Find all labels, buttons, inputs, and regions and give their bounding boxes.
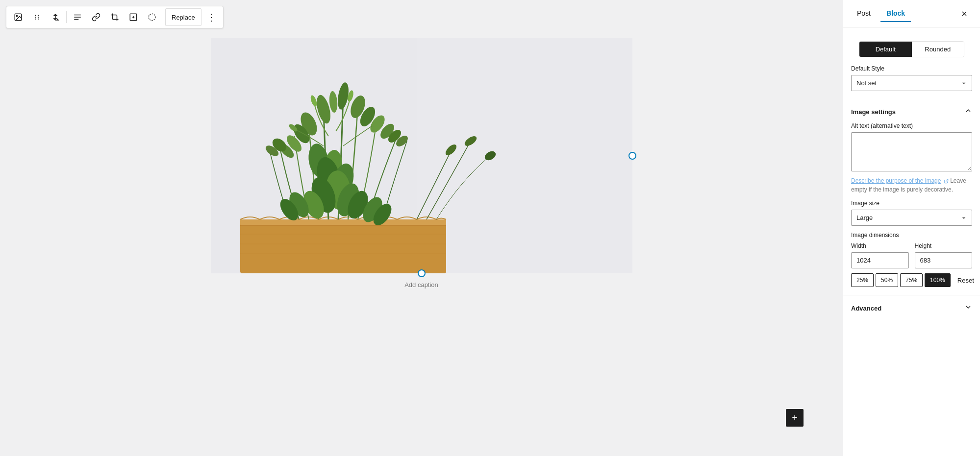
svg-rect-11 [417,38,632,273]
image-size-label: Image size [851,200,972,207]
width-label: Width [851,242,909,249]
scale-75-button[interactable]: 75% [900,273,923,287]
default-style-label: Default Style [851,65,972,72]
sidebar: Post Block Default Rounded Default Style… [843,0,980,456]
image-icon-button[interactable] [9,8,27,26]
svg-point-6 [35,19,36,20]
svg-point-1 [16,15,17,16]
svg-line-53 [946,179,948,182]
align-button[interactable] [69,8,86,26]
sidebar-close-button[interactable] [956,6,972,22]
text-overlay-button[interactable] [125,8,142,26]
alt-text-description: Describe the purpose of the image Leave … [851,176,972,194]
alt-text-input[interactable] [851,132,972,171]
advanced-title: Advanced [851,305,881,312]
more-options-button[interactable]: ⋮ [202,8,220,26]
image-dimensions-label: Image dimensions [851,232,972,239]
alt-text-link[interactable]: Describe the purpose of the image [851,177,941,184]
svg-point-7 [38,19,39,20]
toolbar-divider-1 [66,11,67,23]
scale-100-button[interactable]: 100% [925,273,951,287]
image-dimensions-group: Image dimensions Width Height 25% 50% 75… [851,232,972,287]
style-selector-container: Default Rounded [843,27,980,65]
circle-select-button[interactable] [143,8,161,26]
advanced-header[interactable]: Advanced [851,303,972,313]
width-field: Width [851,242,909,268]
crop-button[interactable] [106,8,124,26]
external-link-icon [944,179,949,184]
default-style-section: Default Style Not set Default Rounded [843,65,980,99]
main-image [211,38,632,273]
width-input[interactable] [851,252,909,268]
chevron-down-icon [964,303,972,313]
alt-text-group: Alt text (alternative text) Describe the… [851,122,972,194]
image-settings-header[interactable]: Image settings [851,107,972,117]
style-default-button[interactable]: Default [859,42,912,57]
resize-handle-right[interactable] [628,152,636,160]
editor-area: Replace ⋮ [0,0,843,456]
add-block-button[interactable]: + [786,409,804,427]
tab-block[interactable]: Block [880,5,911,22]
scale-25-button[interactable]: 25% [851,273,874,287]
tab-post[interactable]: Post [851,5,877,22]
drag-handle-button[interactable] [28,8,46,26]
content-area: Add caption + [0,28,843,456]
scale-50-button[interactable]: 50% [876,273,898,287]
style-rounded-button[interactable]: Rounded [912,42,964,57]
block-toolbar: Replace ⋮ [6,6,224,28]
image-settings-section: Image settings Alt text (alternative tex… [843,99,980,295]
plant-illustration [211,38,632,273]
dimensions-row: Width Height [851,242,972,268]
alt-text-label: Alt text (alternative text) [851,122,972,129]
sidebar-header: Post Block [843,0,980,27]
image-wrapper [211,38,632,273]
svg-point-3 [38,15,39,16]
height-input[interactable] [915,252,973,268]
svg-point-4 [35,17,36,18]
toolbar-divider-2 [163,11,163,23]
reset-button[interactable]: Reset [953,274,979,287]
move-up-down-button[interactable] [47,8,64,26]
chevron-up-icon [964,107,972,117]
add-block-label: + [792,412,798,424]
svg-point-5 [38,17,39,18]
svg-rect-12 [240,219,446,273]
link-button[interactable] [87,8,105,26]
image-caption[interactable]: Add caption [404,281,438,288]
replace-button[interactable]: Replace [165,8,201,26]
style-selector: Default Rounded [859,41,964,57]
sidebar-tabs: Post Block [851,5,911,22]
image-settings-title: Image settings [851,108,896,116]
height-field: Height [915,242,973,268]
default-style-select[interactable]: Not set Default Rounded [851,75,972,91]
svg-rect-13 [240,219,446,225]
advanced-section: Advanced [843,295,980,321]
svg-point-2 [35,15,36,16]
scale-buttons: 25% 50% 75% 100% Reset [851,273,972,287]
svg-point-9 [149,14,155,21]
resize-handle-bottom[interactable] [418,269,426,277]
image-size-select[interactable]: Thumbnail Medium Large Full Size Custom [851,210,972,226]
height-label: Height [915,242,973,249]
image-size-group: Image size Thumbnail Medium Large Full S… [851,200,972,226]
image-block-container: Add caption [211,38,632,288]
